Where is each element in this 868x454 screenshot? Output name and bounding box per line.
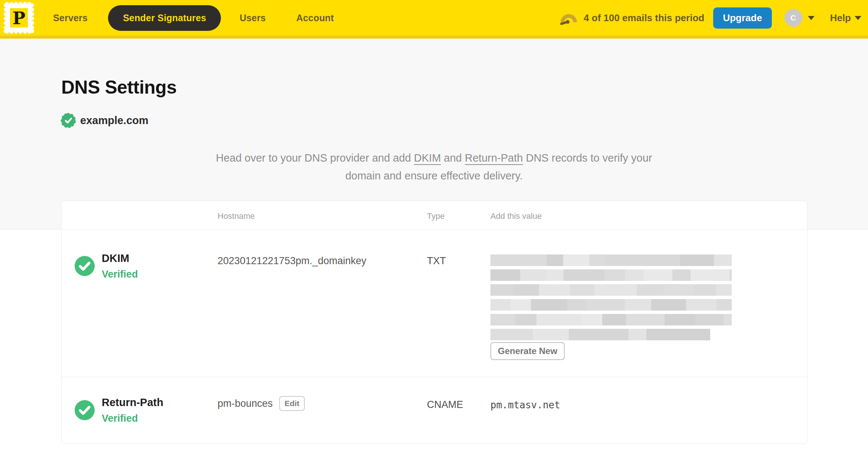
usage-gauge-icon [560, 11, 578, 25]
redacted-dkim-value [490, 254, 732, 344]
page-title: DNS Settings [61, 77, 177, 98]
navbar-right-group: 4 of 100 emails this period Upgrade C He… [560, 7, 861, 29]
record-value: pm.mtasv.net [490, 399, 560, 411]
chevron-down-icon [808, 16, 815, 20]
nav-item-servers[interactable]: Servers [53, 13, 88, 23]
redacted-value-bar [490, 299, 732, 311]
domain-row: example.com [61, 113, 149, 128]
record-hostname: 20230121221753pm._domainkey [218, 255, 366, 267]
record-type: TXT [427, 255, 446, 267]
column-header-value: Add this value [490, 211, 542, 221]
top-navbar: P Servers Sender Signatures Users Accoun… [0, 0, 868, 39]
edit-button[interactable]: Edit [279, 396, 305, 411]
redacted-value-bar [490, 284, 732, 296]
redacted-value-bar [490, 314, 732, 325]
nav-item-sender-signatures[interactable]: Sender Signatures [108, 5, 221, 31]
redacted-value-bar [490, 254, 732, 266]
column-header-type: Type [427, 211, 445, 221]
record-hostname: pm-bounces [218, 398, 273, 409]
nav-item-account[interactable]: Account [296, 13, 334, 23]
account-menu[interactable]: C [784, 9, 815, 27]
redacted-value-bar [490, 269, 732, 281]
table-header: Hostname Type Add this value [62, 201, 807, 230]
help-label: Help [830, 12, 851, 24]
chevron-down-icon [855, 16, 861, 20]
intro-part2: and [441, 152, 465, 164]
dns-records-card: Hostname Type Add this value DKIM Verifi… [61, 201, 807, 444]
record-type: CNAME [427, 399, 463, 411]
row-divider [62, 377, 807, 377]
dkim-link[interactable]: DKIM [414, 152, 441, 164]
upgrade-button[interactable]: Upgrade [713, 7, 771, 29]
verified-check-icon [75, 400, 95, 420]
intro-text: Head over to your DNS provider and add D… [198, 149, 670, 185]
nav-item-users[interactable]: Users [239, 13, 266, 23]
record-status-badge: Verified [102, 413, 138, 424]
generate-new-button[interactable]: Generate New [490, 342, 565, 360]
help-menu[interactable]: Help [830, 12, 861, 24]
avatar[interactable]: C [784, 9, 802, 27]
record-name: Return-Path [102, 396, 163, 409]
return-path-link[interactable]: Return-Path [465, 152, 523, 164]
postmark-app: P Servers Sender Signatures Users Accoun… [0, 0, 868, 454]
domain-name: example.com [80, 114, 149, 127]
column-header-hostname: Hostname [218, 211, 255, 221]
record-name: DKIM [102, 252, 129, 265]
logo-letter: P [13, 8, 26, 28]
intro-part1: Head over to your DNS provider and add [216, 152, 414, 164]
record-status-badge: Verified [102, 269, 138, 280]
postmark-logo-icon[interactable]: P [4, 1, 34, 34]
usage-counter: 4 of 100 emails this period [584, 12, 704, 24]
verified-seal-icon [61, 113, 76, 128]
verified-check-icon [75, 256, 95, 276]
hostname-group: pm-bounces Edit [218, 396, 305, 411]
redacted-value-bar [490, 329, 710, 340]
